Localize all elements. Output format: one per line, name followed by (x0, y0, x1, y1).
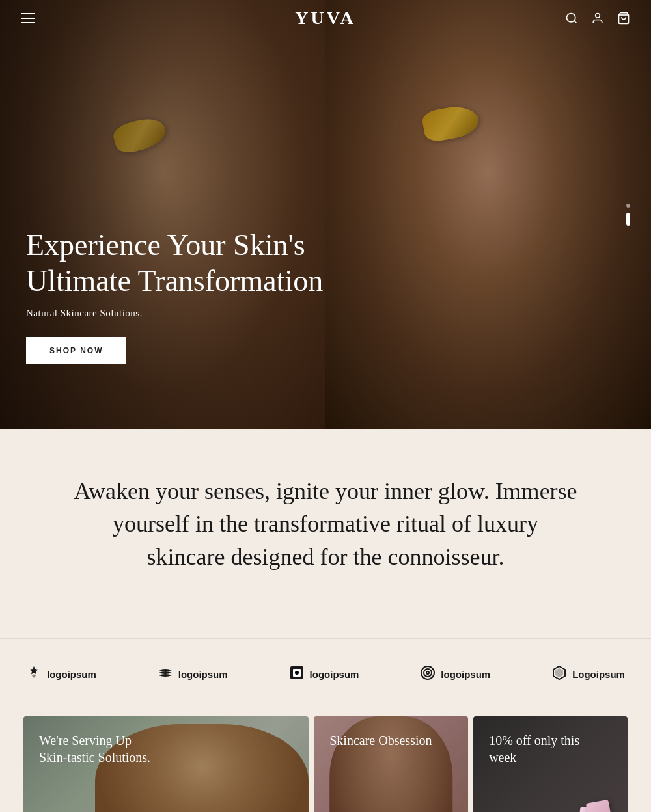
logo-item-2[interactable]: logoipsum (158, 665, 228, 684)
logos-section: logoipsum logoipsum logoipsum (0, 638, 651, 716)
site-header: YUVA (0, 0, 651, 36)
card-product (569, 775, 628, 812)
card-2[interactable]: Skincare Obsession (314, 716, 468, 812)
card-title-2: Skincare Obsession (329, 732, 432, 749)
shop-now-button[interactable]: SHOP NOW (26, 337, 126, 364)
hero-subtitle: Natural Skincare Solutions. (26, 308, 365, 319)
logo-label-2: logoipsum (178, 669, 228, 680)
card-content-1: We're Serving Up Skin-tastic Solutions. (39, 732, 156, 766)
hamburger-line-3 (21, 22, 35, 23)
search-icon[interactable] (565, 12, 578, 25)
logo-icon-2 (158, 665, 173, 684)
tagline-section: Awaken your senses, ignite your inner gl… (0, 429, 651, 638)
hamburger-line-1 (21, 13, 35, 14)
svg-line-1 (574, 21, 577, 23)
scroll-dot-1 (626, 204, 630, 208)
hero-title: Experience Your Skin's Ultimate Transfor… (26, 227, 365, 299)
svg-point-6 (295, 671, 299, 675)
account-icon[interactable] (591, 12, 604, 25)
svg-point-0 (567, 14, 575, 22)
card-content-2: Skincare Obsession (329, 732, 432, 749)
svg-marker-11 (556, 669, 562, 677)
logo-label-1: logoipsum (47, 669, 96, 680)
hero-content: Experience Your Skin's Ultimate Transfor… (26, 227, 365, 364)
logo-icon-1 (26, 665, 42, 684)
nav-toggle[interactable] (21, 13, 35, 23)
logo-icon-3 (289, 665, 305, 684)
hero-background (0, 0, 651, 429)
site-logo[interactable]: YUVA (295, 8, 355, 29)
logo-label-3: logoipsum (310, 669, 359, 680)
card-overlay-2 (314, 716, 468, 812)
scroll-indicator (626, 204, 630, 226)
logo-item-1[interactable]: logoipsum (26, 665, 96, 684)
cart-icon[interactable] (617, 12, 630, 25)
hero-section: Experience Your Skin's Ultimate Transfor… (0, 0, 651, 429)
svg-point-9 (426, 671, 429, 674)
hamburger-icon[interactable] (21, 13, 35, 23)
hero-overlay (0, 0, 651, 429)
header-actions (565, 12, 630, 25)
cards-section: We're Serving Up Skin-tastic Solutions. … (0, 716, 651, 812)
product-tube-1 (586, 800, 621, 812)
svg-point-2 (596, 14, 600, 18)
logo-label-5: Logoipsum (572, 669, 625, 680)
logo-label-4: logoipsum (441, 669, 490, 680)
card-1[interactable]: We're Serving Up Skin-tastic Solutions. (23, 716, 309, 812)
hamburger-line-2 (21, 18, 35, 19)
logo-item-4[interactable]: logoipsum (420, 665, 490, 684)
card-title-1: We're Serving Up Skin-tastic Solutions. (39, 732, 156, 766)
card-content-3: 10% off only this week (489, 732, 606, 766)
logo-icon-4 (420, 665, 436, 684)
scroll-dot-2 (626, 213, 630, 226)
card-title-3: 10% off only this week (489, 732, 606, 766)
card-3[interactable]: 10% off only this week (473, 716, 628, 812)
tagline-text: Awaken your senses, ignite your inner gl… (72, 475, 579, 573)
logo-icon-5 (551, 665, 567, 684)
logo-item-5[interactable]: Logoipsum (551, 665, 625, 684)
svg-point-8 (424, 669, 432, 677)
logo-item-3[interactable]: logoipsum (289, 665, 359, 684)
